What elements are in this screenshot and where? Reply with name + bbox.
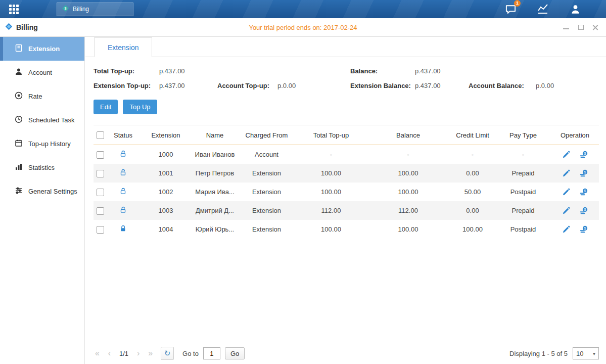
row-checkbox[interactable]	[97, 170, 104, 177]
row-topup-icon[interactable]: $	[580, 225, 588, 234]
prev-page-icon[interactable]: ‹	[106, 349, 113, 358]
cell-total-topup: 100.00	[296, 183, 366, 201]
cell-name: Дмитрий Д...	[192, 201, 238, 220]
table-row: 1003 Дмитрий Д... Extension 112.00 112.0…	[94, 201, 599, 220]
edit-button[interactable]: Edit	[94, 100, 118, 114]
sidebar-item-general-settings[interactable]: General Settings	[0, 179, 84, 203]
col-status: Status	[107, 125, 139, 145]
cell-pay-type: Prepaid	[495, 164, 551, 183]
select-all-checkbox[interactable]	[97, 131, 104, 139]
cell-charged-from: Extension	[238, 183, 296, 201]
goto-page-input[interactable]	[203, 347, 220, 359]
cell-balance: 100.00	[366, 164, 450, 183]
status-unlocked-icon[interactable]	[119, 168, 127, 176]
main-content: Extension Total Top-up: p.437.00 Balance…	[85, 37, 606, 364]
sidebar-item-label: General Settings	[28, 188, 77, 195]
cell-total-topup: 100.00	[296, 220, 366, 239]
sidebar-item-label: Statistics	[28, 164, 55, 171]
cell-extension: 1002	[139, 183, 192, 201]
sidebar-item-statistics[interactable]: Statistics	[0, 156, 84, 179]
app-title-area: Billing	[0, 22, 38, 32]
calendar-icon	[15, 139, 23, 149]
cell-charged-from: Extension	[238, 201, 296, 220]
summary-label: Extension Balance:	[350, 82, 415, 89]
col-charged-from: Charged From	[238, 125, 296, 145]
row-topup-icon[interactable]: $	[580, 188, 588, 196]
sidebar-item-extension[interactable]: Extension	[0, 37, 84, 61]
sidebar-item-label: Extension	[28, 45, 60, 53]
col-name: Name	[192, 125, 238, 145]
summary-value: p.437.00	[415, 67, 469, 75]
sidebar-item-label: Scheduled Task	[28, 116, 75, 124]
summary-value: p.437.00	[415, 82, 469, 89]
sidebar-item-topup-history[interactable]: Top-up History	[0, 132, 84, 156]
rate-icon	[15, 92, 23, 101]
chevron-down-icon: ▾	[593, 351, 595, 356]
next-page-icon[interactable]: ›	[134, 349, 142, 358]
extension-table-body: 1000 Иван Иванов Account - - - - $ 1001 …	[94, 145, 599, 239]
summary-panel: Total Top-up: p.437.00 Balance: p.437.00…	[94, 67, 598, 89]
col-credit-limit: Credit Limit	[450, 125, 495, 145]
cell-balance: 100.00	[366, 183, 450, 201]
displaying-text: Displaying 1 - 5 of 5	[509, 350, 568, 357]
table-row: 1000 Иван Иванов Account - - - - $	[94, 145, 599, 164]
row-topup-icon[interactable]: $	[580, 151, 588, 159]
user-account-icon[interactable]	[569, 3, 582, 16]
status-unlocked-icon[interactable]	[119, 187, 127, 195]
go-button[interactable]: Go	[225, 347, 245, 359]
cell-extension: 1003	[139, 201, 192, 220]
edit-pencil-icon[interactable]	[562, 169, 570, 177]
cell-total-topup: -	[296, 145, 366, 164]
refresh-icon[interactable]: ↻	[161, 347, 174, 360]
col-total-topup: Total Top-up	[296, 125, 366, 145]
apps-grid-icon[interactable]	[0, 5, 27, 14]
row-topup-icon[interactable]: $	[580, 207, 588, 215]
last-page-icon[interactable]: »	[147, 349, 154, 358]
reports-chart-icon[interactable]	[536, 3, 549, 16]
summary-label: Account Top-up:	[217, 82, 277, 89]
minimize-icon[interactable]	[563, 24, 569, 30]
cell-name: Мария Ива...	[192, 183, 238, 201]
summary-label: Total Top-up:	[94, 67, 159, 75]
cell-credit-limit: 100.00	[450, 220, 495, 239]
cell-total-topup: 112.00	[296, 201, 366, 220]
topbar-tab-billing[interactable]: $ Billing	[57, 3, 133, 16]
cell-name: Юрий Юрь...	[192, 220, 238, 239]
window-controls	[563, 24, 606, 30]
row-topup-icon[interactable]: $	[580, 169, 588, 177]
summary-value: p.437.00	[159, 67, 217, 75]
row-checkbox[interactable]	[97, 189, 104, 196]
maximize-icon[interactable]	[578, 24, 584, 30]
status-unlocked-icon[interactable]	[119, 150, 127, 158]
status-locked-icon[interactable]	[119, 224, 127, 233]
row-checkbox[interactable]	[97, 207, 104, 215]
sidebar-item-account[interactable]: Account	[0, 61, 84, 84]
row-checkbox[interactable]	[97, 226, 104, 234]
action-buttons: Edit Top Up	[94, 100, 598, 114]
edit-pencil-icon[interactable]	[562, 151, 570, 159]
cell-pay-type: Prepaid	[495, 201, 551, 220]
cell-name: Петр Петров	[192, 164, 238, 183]
summary-value: p.0.00	[536, 82, 598, 89]
tab-extension[interactable]: Extension	[94, 37, 152, 57]
edit-pencil-icon[interactable]	[562, 207, 570, 215]
extension-icon	[15, 44, 23, 54]
edit-pencil-icon[interactable]	[562, 188, 570, 196]
close-icon[interactable]	[592, 24, 598, 30]
page-size-select[interactable]: 10 ▾	[573, 347, 599, 359]
col-pay-type: Pay Type	[495, 125, 551, 145]
sidebar-item-rate[interactable]: Rate	[0, 84, 84, 108]
row-checkbox[interactable]	[97, 151, 104, 159]
first-page-icon[interactable]: «	[94, 349, 101, 358]
window-titlebar: Billing Your trial period ends on: 2017-…	[0, 18, 606, 37]
sidebar-item-scheduled-task[interactable]: Scheduled Task	[0, 108, 84, 132]
edit-pencil-icon[interactable]	[562, 225, 570, 234]
topbar-right: 1	[504, 3, 606, 16]
cell-pay-type: -	[495, 145, 551, 164]
cell-credit-limit: 0.00	[450, 201, 495, 220]
sidebar: Extension Account Rate Scheduled Task To…	[0, 37, 85, 364]
top-up-button[interactable]: Top Up	[123, 100, 157, 114]
cell-charged-from: Account	[238, 145, 296, 164]
status-unlocked-icon[interactable]	[119, 206, 127, 214]
messages-icon[interactable]: 1	[504, 3, 517, 16]
